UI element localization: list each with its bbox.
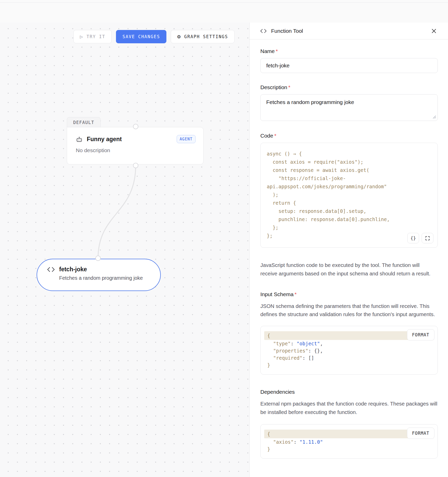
agent-type-badge: AGENT	[177, 135, 196, 143]
close-panel-button[interactable]	[430, 27, 438, 35]
description-field-label: Description*	[260, 84, 438, 90]
robot-icon	[76, 136, 83, 143]
code-icon	[47, 266, 55, 273]
input-schema-editor[interactable]: FORMAT { "type": "object", "properties":…	[260, 326, 438, 375]
code-editor[interactable]: async () ⇒ { const axios = require("axio…	[260, 143, 438, 248]
dependencies-label: Dependencies	[260, 389, 438, 395]
expand-code-button[interactable]	[422, 233, 433, 243]
tool-node-title: fetch-joke	[59, 266, 87, 273]
agent-node-description: No description	[76, 147, 196, 153]
tool-node-top-handle[interactable]	[95, 256, 101, 261]
dependencies-help-text: External npm packages that the function …	[260, 400, 438, 417]
tool-node-fetch-joke[interactable]: fetch-joke Fetches a random programming …	[37, 259, 161, 291]
default-group-label: DEFAULT	[73, 120, 94, 125]
graph-settings-button[interactable]: ⚙ GRAPH SETTINGS	[171, 30, 234, 43]
code-help-text: JavaScript function code to be executed …	[260, 261, 438, 278]
code-field-label: Code*	[260, 133, 438, 139]
dependencies-editor[interactable]: FORMAT { "axios": "1.11.0"}	[260, 424, 438, 459]
tool-node-description: Fetches a random programming joke	[59, 275, 153, 281]
close-icon	[431, 28, 437, 34]
input-schema-label: Input Schema*	[260, 291, 438, 297]
panel-title: Function Tool	[271, 28, 426, 34]
app-window: ▷ TRY IT SAVE CHANGES ⚙ GRAPH SETTINGS D…	[0, 0, 448, 477]
input-schema-help-text: JSON schema defining the parameters that…	[260, 302, 438, 319]
gear-icon: ⚙	[177, 34, 181, 39]
required-asterisk: *	[274, 133, 276, 139]
top-bar	[0, 0, 448, 23]
agent-node-top-handle[interactable]	[133, 124, 138, 129]
edge-agent-to-tool	[0, 23, 250, 477]
resize-grip-icon[interactable]	[432, 115, 436, 119]
name-field-label: Name*	[260, 48, 438, 54]
try-it-button[interactable]: ▷ TRY IT	[73, 30, 112, 43]
format-schema-button[interactable]: FORMAT	[407, 329, 434, 340]
panel-header: Function Tool	[250, 23, 448, 39]
code-icon	[260, 28, 267, 34]
function-tool-panel: Function Tool Name*	[250, 23, 448, 477]
required-asterisk: *	[276, 48, 278, 54]
agent-node-bottom-handle[interactable]	[133, 163, 138, 168]
name-input[interactable]	[260, 58, 438, 73]
description-textarea[interactable]: Fetches a random programming joke	[260, 94, 438, 121]
save-changes-button[interactable]: SAVE CHANGES	[116, 30, 166, 43]
format-code-button[interactable]: {}	[407, 233, 419, 243]
required-asterisk: *	[288, 84, 290, 90]
braces-icon: {}	[410, 235, 416, 241]
agent-node[interactable]: Funny agent AGENT No description	[67, 127, 204, 164]
default-group-tab[interactable]: DEFAULT	[67, 117, 101, 127]
canvas-toolbar: ▷ TRY IT SAVE CHANGES ⚙ GRAPH SETTINGS	[73, 30, 234, 43]
expand-icon	[425, 236, 430, 241]
agent-node-title: Funny agent	[87, 136, 173, 143]
play-icon: ▷	[80, 34, 83, 39]
graph-canvas[interactable]: ▷ TRY IT SAVE CHANGES ⚙ GRAPH SETTINGS D…	[0, 23, 250, 477]
required-asterisk: *	[295, 291, 297, 297]
save-changes-label: SAVE CHANGES	[122, 34, 160, 39]
format-dependencies-button[interactable]: FORMAT	[407, 428, 434, 439]
try-it-label: TRY IT	[87, 34, 105, 39]
graph-settings-label: GRAPH SETTINGS	[184, 34, 228, 39]
panel-body: Name* Description* Fetches a random prog…	[250, 39, 448, 469]
